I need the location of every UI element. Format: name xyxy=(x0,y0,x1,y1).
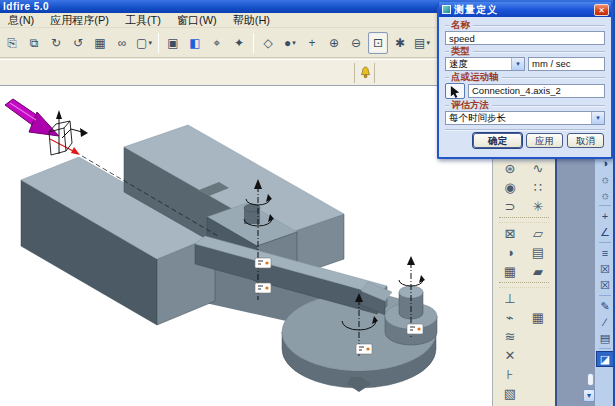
refit-button[interactable]: ⊡ xyxy=(368,32,388,54)
saved-views-button[interactable]: ▤▾ xyxy=(412,32,432,54)
body-definition-button[interactable]: ▱ xyxy=(524,224,552,243)
spin-center-icon: + xyxy=(308,36,315,50)
zoom-in-icon: ⊕ xyxy=(329,36,339,50)
menu-help[interactable]: 帮助(H) xyxy=(225,13,278,28)
wireframe-shade-button[interactable]: ◇ xyxy=(258,32,278,54)
paint-view-icon[interactable]: ✎ xyxy=(596,298,614,314)
axis-tag-2[interactable] xyxy=(255,283,271,293)
ok-button[interactable]: 确定 xyxy=(473,133,522,148)
apply-button[interactable]: 应用 xyxy=(526,133,563,148)
dampers-button[interactable]: ✕ xyxy=(496,346,524,365)
toolbar-divider xyxy=(499,282,549,288)
model-tree-button[interactable]: ▦ xyxy=(90,32,110,54)
slot-pair-button[interactable]: ✳ xyxy=(524,197,552,216)
point-markers-button[interactable]: ∷ xyxy=(524,178,552,197)
measure-analysis-button[interactable]: ⊠ xyxy=(496,224,524,243)
type-selected-value: 速度 xyxy=(446,58,511,70)
scrollbar-thumb[interactable] xyxy=(587,373,594,386)
undo-redo-button[interactable]: ↻ xyxy=(46,32,66,54)
datum-axes-icon: ⌖ xyxy=(214,36,221,50)
fit-window-icon[interactable]: ☒ xyxy=(596,261,614,277)
dialog-title-bar[interactable]: 测量定义 ✕ xyxy=(439,2,611,17)
evaluation-group-label: 评估方法 xyxy=(449,99,492,112)
close-icon[interactable]: ✕ xyxy=(594,4,609,16)
light-source-1-icon[interactable]: ☼ xyxy=(596,171,614,187)
window-activate-button[interactable]: ▣ xyxy=(163,32,183,54)
display-settings-button[interactable]: ◧ xyxy=(185,32,205,54)
menu-tools[interactable]: 工具(T) xyxy=(117,13,169,28)
angle-display-icon[interactable]: ∠ xyxy=(596,224,614,240)
active-tool-icon[interactable]: ◪ xyxy=(596,351,614,367)
select-arrow-button[interactable] xyxy=(445,83,465,99)
datum-axes-button[interactable]: ⌖ xyxy=(207,32,227,54)
handle-triad xyxy=(56,110,88,154)
render-style-button[interactable]: ●▾ xyxy=(280,32,300,54)
gravity-button[interactable]: ⊥ xyxy=(496,289,524,308)
chevron-down-icon[interactable]: ▾ xyxy=(426,39,430,47)
cancel-button[interactable]: 取消 xyxy=(567,133,604,148)
graphics-viewport[interactable] xyxy=(0,85,492,406)
axis-tag-4[interactable] xyxy=(407,324,423,334)
springs-button[interactable]: ≋ xyxy=(496,327,524,346)
menu-info[interactable]: 息(N) xyxy=(0,13,42,28)
spin-center-button[interactable]: + xyxy=(302,32,322,54)
evaluation-method-select[interactable]: 每个时间步长 ▾ xyxy=(445,111,605,125)
chevron-down-icon[interactable]: ▾ xyxy=(591,112,604,124)
toolbar-row: ⊦ xyxy=(493,365,555,384)
find-button[interactable]: ∞ xyxy=(112,32,132,54)
datum-points-icon: ✦ xyxy=(234,36,244,50)
strip-divider xyxy=(599,205,611,206)
refit-icon: ⊡ xyxy=(373,36,383,50)
zoom-in-button[interactable]: ⊕ xyxy=(324,32,344,54)
reorient-button[interactable]: ✱ xyxy=(390,32,410,54)
strip-divider xyxy=(599,295,611,296)
axis-tag-3[interactable] xyxy=(356,344,372,354)
matrix-table-button[interactable]: ▦ xyxy=(524,308,552,327)
paste-icon: ⎘ xyxy=(7,36,17,50)
axis-tag-1[interactable] xyxy=(255,258,271,268)
gear-pairs-button[interactable]: ⊛ xyxy=(496,159,524,178)
toolbar-divider xyxy=(499,217,549,223)
regenerate-button[interactable]: ↺ xyxy=(68,32,88,54)
cursor-arrow-icon xyxy=(449,85,462,98)
empty-cell xyxy=(524,289,552,308)
paste-button[interactable]: ⎘ xyxy=(2,32,22,54)
chevron-down-icon[interactable]: ▾ xyxy=(292,39,296,47)
datum-points-button[interactable]: ✦ xyxy=(229,32,249,54)
chevron-down-icon[interactable]: ▾ xyxy=(511,58,524,70)
sketch-line-icon[interactable]: ∕ xyxy=(596,314,614,330)
zoom-box-icon[interactable]: ☒ xyxy=(596,277,614,293)
analysis-graph-button[interactable]: ▦ xyxy=(496,262,524,281)
mass-properties-button[interactable]: ▧ xyxy=(496,384,524,403)
evaluation-selected-value: 每个时间步长 xyxy=(446,112,591,124)
menu-applications[interactable]: 应用程序(P) xyxy=(42,13,117,28)
chevron-down-icon[interactable]: ▾ xyxy=(148,39,152,47)
measure-name-input[interactable] xyxy=(445,31,605,45)
regenerate-icon: ↺ xyxy=(73,36,83,50)
belt-pair-button[interactable]: ⊃ xyxy=(496,197,524,216)
model-canvas[interactable] xyxy=(0,86,492,406)
profile-curve-button[interactable]: ∿ xyxy=(524,159,552,178)
model-tree-icon: ▦ xyxy=(94,36,105,50)
highlight-trace-button[interactable]: ⌁ xyxy=(496,308,524,327)
toolbar-separator xyxy=(253,33,254,53)
select-filter-button[interactable]: ▢▾ xyxy=(134,32,154,54)
light-source-2-icon[interactable]: ☼ xyxy=(596,187,614,203)
toolbar-row: ⌁▦ xyxy=(493,308,555,327)
notebook-icon[interactable]: ▤ xyxy=(596,330,614,346)
motion-axis-field[interactable]: Connection_4.axis_2 xyxy=(468,84,605,98)
group-instances-button[interactable]: ▰ xyxy=(524,262,552,281)
copy-button[interactable]: ⧉ xyxy=(24,32,44,54)
collision-detection-button[interactable]: ◑ xyxy=(496,243,524,262)
callout-note-button[interactable]: ▤ xyxy=(524,243,552,262)
plane-display-icon[interactable]: + xyxy=(596,208,614,224)
menu-window[interactable]: 窗口(W) xyxy=(169,13,225,28)
force-torque-button[interactable]: ⊦ xyxy=(496,365,524,384)
toolbar-row: ⊥ xyxy=(493,289,555,308)
zoom-out-button[interactable]: ⊖ xyxy=(346,32,366,54)
scrollbar-down-button[interactable]: ▾ xyxy=(583,389,595,402)
message-divider xyxy=(354,63,355,83)
cam-pairs-button[interactable]: ◉ xyxy=(496,178,524,197)
line-style-icon[interactable]: ≡ xyxy=(596,245,614,261)
measure-type-select[interactable]: 速度 ▾ xyxy=(445,57,525,71)
